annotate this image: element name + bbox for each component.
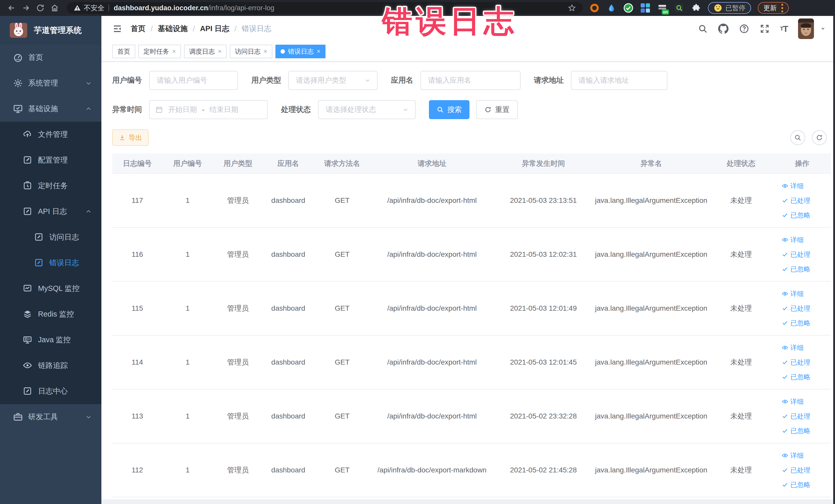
- help-icon[interactable]: [739, 24, 749, 34]
- font-size-icon[interactable]: TT: [780, 24, 788, 34]
- mark-ignored-link[interactable]: 已忽略: [781, 211, 810, 220]
- cell-actions: 详细 已处理 已忽略: [773, 335, 831, 389]
- check-icon: [781, 212, 788, 219]
- tab-schedule-log[interactable]: 调度日志×: [184, 45, 227, 58]
- bookmark-star-icon[interactable]: [568, 4, 576, 12]
- mark-processed-link[interactable]: 已处理: [781, 412, 810, 421]
- status-select[interactable]: 请选择处理状态: [318, 100, 415, 119]
- sidebar-item-access-log[interactable]: 访问日志: [0, 224, 101, 250]
- tab-error-log[interactable]: 错误日志×: [276, 45, 325, 58]
- sidebar-item-java-monitor[interactable]: Java 监控: [0, 327, 101, 353]
- breadcrumb-home[interactable]: 首页: [131, 24, 145, 34]
- sidebar-item-label: 配置管理: [38, 155, 68, 165]
- extension-green-check-icon[interactable]: [623, 3, 633, 13]
- sidebar-item-system[interactable]: 系统管理: [0, 70, 101, 96]
- tab-scheduled-jobs[interactable]: 定时任务×: [138, 45, 181, 58]
- cell-exception-time: 2021-05-03 12:01:49: [493, 281, 594, 335]
- sidebar-item-error-log[interactable]: 错误日志: [0, 250, 101, 276]
- user-type-select[interactable]: 请选择用户类型: [288, 71, 378, 90]
- sidebar-item-home[interactable]: 首页: [0, 45, 101, 70]
- smiley-icon: [714, 4, 722, 12]
- extension-puzzle-icon[interactable]: [691, 3, 701, 13]
- mark-processed-link[interactable]: 已处理: [781, 304, 810, 313]
- detail-link[interactable]: 详细: [781, 343, 804, 352]
- mark-ignored-link[interactable]: 已忽略: [781, 265, 810, 274]
- sidebar-item-api-log[interactable]: API 日志: [0, 199, 101, 224]
- browser-menu-icon[interactable]: [781, 4, 783, 12]
- refresh-table-button[interactable]: [812, 130, 827, 145]
- profile-paused-chip[interactable]: 已暂停: [708, 2, 751, 14]
- security-warning-icon[interactable]: [74, 4, 81, 12]
- sidebar-item-infra[interactable]: 基础设施: [0, 96, 101, 122]
- table-row: 113 1 管理员 dashboard GET /api/infra/db-do…: [112, 389, 831, 443]
- mark-ignored-link[interactable]: 已忽略: [781, 480, 810, 489]
- sidebar-item-file-manage[interactable]: 文件管理: [0, 122, 101, 147]
- user-id-input[interactable]: [149, 71, 238, 90]
- mark-ignored-link[interactable]: 已忽略: [781, 426, 810, 436]
- sidebar-item-config-manage[interactable]: 配置管理: [0, 147, 101, 173]
- table-toolbar: 导出: [112, 129, 831, 146]
- eye-icon: [23, 361, 33, 371]
- extension-blue-drop-icon[interactable]: [606, 3, 616, 13]
- browser-reload-icon[interactable]: [34, 2, 46, 14]
- detail-link[interactable]: 详细: [781, 289, 804, 298]
- cell-app-name: dashboard: [263, 443, 313, 497]
- avatar[interactable]: [798, 19, 814, 39]
- tab-home[interactable]: 首页: [112, 45, 135, 58]
- fullscreen-icon[interactable]: [759, 24, 770, 34]
- caret-down-icon[interactable]: [820, 25, 826, 32]
- detail-link[interactable]: 详细: [781, 182, 804, 190]
- mark-processed-link[interactable]: 已处理: [781, 466, 810, 475]
- mark-ignored-link[interactable]: 已忽略: [781, 319, 810, 328]
- detail-link[interactable]: 详细: [781, 451, 804, 460]
- mark-processed-link[interactable]: 已处理: [781, 358, 810, 367]
- browser-forward-icon[interactable]: [20, 2, 32, 14]
- cell-log-id: 113: [112, 389, 162, 443]
- mark-processed-link[interactable]: 已处理: [781, 250, 810, 259]
- sidebar-item-tracing[interactable]: 链路追踪: [0, 353, 101, 379]
- close-icon[interactable]: ×: [317, 48, 320, 55]
- reset-button[interactable]: 重置: [476, 100, 518, 119]
- extension-leaf-search-icon[interactable]: [674, 3, 684, 13]
- tab-access-log[interactable]: 访问日志×: [230, 45, 272, 58]
- url-divider: [108, 5, 109, 11]
- extension-grid-icon[interactable]: [640, 3, 650, 13]
- browser-home-icon[interactable]: [49, 2, 61, 14]
- breadcrumb-api-log[interactable]: API 日志: [200, 24, 229, 34]
- sidebar-item-mysql-monitor[interactable]: MySQL 监控: [0, 276, 101, 301]
- detail-link[interactable]: 详细: [781, 236, 804, 244]
- cell-exception-time: 2021-05-02 23:32:28: [493, 389, 594, 443]
- window-scrollbar[interactable]: [833, 16, 835, 504]
- close-icon[interactable]: ×: [172, 48, 176, 55]
- breadcrumb-infra[interactable]: 基础设施: [158, 24, 188, 34]
- extension-orange-ring-icon[interactable]: [589, 3, 599, 13]
- browser-back-icon[interactable]: [6, 2, 18, 14]
- search-button[interactable]: 搜索: [429, 100, 469, 119]
- sidebar-logo[interactable]: 芋道管理系统: [0, 16, 101, 45]
- exception-time-range-picker[interactable]: 开始日期 - 结束日期: [149, 100, 268, 119]
- close-icon[interactable]: ×: [264, 48, 267, 55]
- mark-ignored-link[interactable]: 已忽略: [781, 372, 810, 382]
- export-button-label: 导出: [128, 133, 142, 142]
- select-placeholder: 请选择用户类型: [296, 76, 346, 85]
- request-url-input[interactable]: [571, 71, 667, 90]
- header-actions: TT: [698, 19, 826, 39]
- sidebar-item-redis-monitor[interactable]: Redis 监控: [0, 301, 101, 327]
- mark-processed-link[interactable]: 已处理: [781, 196, 810, 205]
- close-icon[interactable]: ×: [218, 48, 222, 55]
- sidebar-item-dev-tools[interactable]: 研发工具: [0, 404, 101, 430]
- sidebar-collapse-icon[interactable]: [112, 24, 122, 34]
- col-user-id: 用户编号: [162, 154, 213, 174]
- sidebar-item-scheduled-jobs[interactable]: 定时任务: [0, 173, 101, 199]
- header-search-icon[interactable]: [698, 24, 708, 34]
- sidebar-item-log-center[interactable]: 日志中心: [0, 379, 101, 404]
- chevron-down-icon: [85, 80, 92, 87]
- cell-exception-name: java.lang.IllegalArgumentException: [594, 174, 709, 227]
- hide-search-button[interactable]: [790, 130, 805, 145]
- github-icon[interactable]: [718, 23, 729, 34]
- browser-update-button[interactable]: 更新: [758, 2, 789, 14]
- extension-on-switch-icon[interactable]: on: [657, 3, 667, 13]
- app-name-input[interactable]: [421, 71, 521, 90]
- export-button[interactable]: 导出: [112, 129, 149, 146]
- detail-link[interactable]: 详细: [781, 397, 804, 406]
